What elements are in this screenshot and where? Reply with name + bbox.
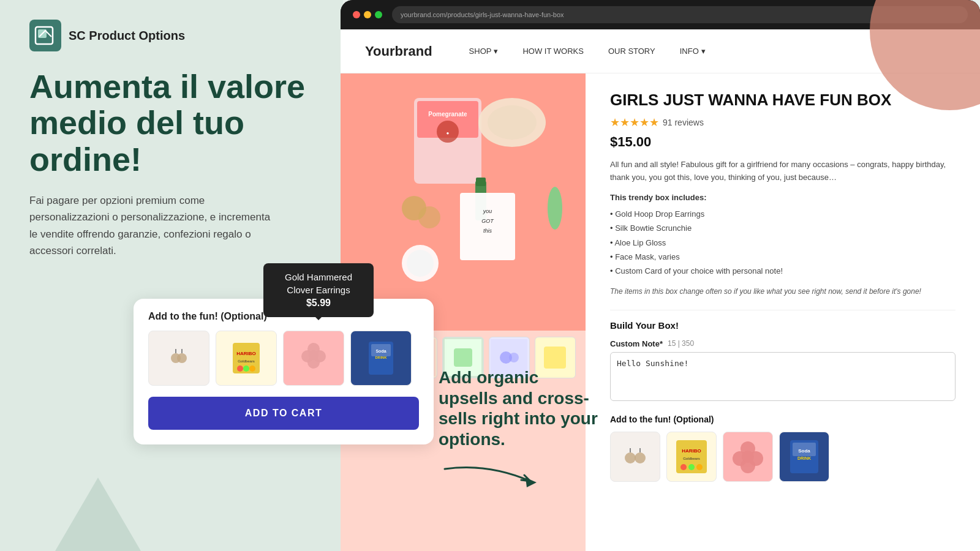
svg-text:Soda: Soda: [798, 448, 810, 454]
svg-point-29: [488, 105, 537, 140]
svg-point-9: [237, 365, 243, 372]
svg-text:DRINK: DRINK: [375, 356, 388, 359]
stars-icon: ★★★★★: [610, 116, 659, 129]
clover-img: [284, 331, 344, 385]
upsell-callout: Add organic upsells and cross-sells righ…: [439, 367, 598, 493]
upsell-callout-text: Add organic upsells and cross-sells righ…: [439, 367, 598, 449]
store-upsell-drink[interactable]: Soda DRINK: [779, 432, 829, 482]
product-change-note: The items in this box change often so if…: [610, 286, 956, 298]
svg-point-3: [177, 353, 187, 363]
include-item-2: Silk Bowtie Scrunchie: [610, 221, 956, 235]
custom-note-textarea[interactable]: Hello Sunshine!: [610, 352, 956, 401]
svg-rect-34: [460, 193, 515, 260]
svg-point-11: [249, 365, 255, 372]
store-content: Yourbrand SHOP ▾ HOW IT WORKS OUR STORY …: [341, 29, 980, 551]
svg-text:HARIBO: HARIBO: [236, 351, 256, 356]
svg-text:Goldbears: Goldbears: [238, 359, 255, 363]
build-box-title: Build Your Box!: [610, 320, 956, 331]
svg-text:Soda: Soda: [375, 349, 386, 353]
svg-point-39: [407, 250, 434, 277]
dot-minimize[interactable]: [364, 11, 371, 18]
svg-point-53: [625, 452, 636, 463]
product-description: All fun and all style! Fabulous gift for…: [610, 159, 956, 184]
stars-row: ★★★★★ 91 reviews: [610, 116, 956, 129]
svg-point-69: [742, 451, 754, 463]
store-brand: Yourbrand: [365, 43, 432, 59]
hero-title: Aumenta il valore medio del tuo ordine!: [29, 69, 314, 178]
svg-point-33: [418, 206, 440, 228]
include-item-3: Aloe Lip Gloss: [610, 236, 956, 250]
product-main-image: Pomegranate ● you: [341, 73, 586, 331]
include-item-4: Face Mask, varies: [610, 250, 956, 264]
custom-note-label: Custom Note*: [610, 339, 663, 348]
nav-our-story[interactable]: OUR STORY: [608, 47, 655, 56]
shop-chevron-icon: ▾: [494, 47, 498, 56]
svg-rect-51: [544, 347, 566, 369]
char-count: 15 | 350: [668, 339, 694, 348]
decorative-triangle: [55, 478, 141, 551]
logo-icon: [29, 20, 61, 51]
includes-list: Gold Hoop Drop Earrings Silk Bowtie Scru…: [610, 207, 956, 279]
svg-text:DRINK: DRINK: [797, 456, 811, 460]
svg-text:this: this: [483, 228, 492, 234]
browser-mockup: yourbrand.com/products/girls-just-wanna-…: [341, 0, 980, 551]
svg-point-49: [509, 353, 519, 362]
svg-text:Goldbears: Goldbears: [683, 457, 700, 460]
custom-note-label-row: Custom Note* 15 | 350: [610, 339, 956, 348]
product-price: $15.00: [610, 134, 956, 150]
store-upsell-clover[interactable]: [723, 432, 773, 482]
upsell-item-drink[interactable]: Soda DRINK: [350, 331, 412, 386]
svg-point-62: [688, 464, 695, 470]
upsell-items-row: HARIBO Goldbears: [148, 331, 419, 386]
upsell-item-earrings[interactable]: [148, 331, 209, 386]
svg-point-61: [680, 464, 687, 470]
browser-dots: [353, 11, 382, 18]
browser-url-text: yourbrand.com/products/girls-just-wanna-…: [401, 11, 564, 18]
store-upsell-earrings[interactable]: [610, 432, 660, 482]
svg-marker-21: [526, 478, 537, 487]
logo-text: SC Product Options: [69, 29, 185, 43]
add-fun-label: Add to the fun! (Optional): [610, 414, 956, 424]
haribo-img: HARIBO Goldbears: [216, 331, 276, 385]
hero-desc: Fai pagare per opzioni premium come pers…: [29, 192, 274, 259]
nav-how-it-works[interactable]: HOW IT WORKS: [522, 47, 583, 56]
product-tooltip: Gold Hammered Clover Earrings $5.99: [263, 263, 374, 317]
product-info-col: GIRLS JUST WANNA HAVE FUN BOX ★★★★★ 91 r…: [586, 73, 980, 551]
dot-close[interactable]: [353, 11, 360, 18]
svg-point-40: [548, 187, 562, 230]
upsell-item-haribo[interactable]: HARIBO Goldbears: [216, 331, 277, 386]
reviews-count: 91 reviews: [663, 118, 704, 127]
svg-point-54: [635, 452, 646, 463]
svg-text:you: you: [483, 208, 492, 214]
includes-title: This trendy box includes:: [610, 193, 956, 202]
dot-maximize[interactable]: [375, 11, 382, 18]
tooltip-price: $5.99: [276, 296, 361, 310]
include-item-5: Custom Card of your choice with personal…: [610, 264, 956, 278]
svg-text:Pomegranate: Pomegranate: [428, 111, 467, 118]
store-upsell-haribo[interactable]: HARIBO Goldbears: [666, 432, 717, 482]
add-to-cart-button[interactable]: ADD TO CART: [148, 397, 419, 430]
store-upsell-items: HARIBO Goldbears: [610, 432, 956, 482]
svg-text:HARIBO: HARIBO: [682, 448, 701, 454]
svg-point-10: [243, 365, 249, 372]
info-chevron-icon: ▾: [701, 47, 706, 56]
product-area: Pomegranate ● you: [341, 73, 980, 551]
include-item-1: Gold Hoop Drop Earrings: [610, 207, 956, 221]
svg-text:●: ●: [447, 130, 450, 136]
svg-point-63: [696, 464, 703, 470]
earrings-img: [149, 331, 209, 385]
drink-img: Soda DRINK: [351, 331, 411, 385]
nav-info[interactable]: INFO ▾: [680, 47, 706, 56]
svg-text:GOT: GOT: [481, 218, 494, 224]
logo-area: SC Product Options: [29, 20, 314, 51]
tooltip-product-name: Gold Hammered Clover Earrings: [276, 271, 361, 296]
svg-point-16: [309, 350, 318, 360]
svg-rect-31: [476, 178, 486, 186]
upsell-card: Add to the fun! (Optional) HARIBO Goldbe…: [134, 299, 434, 444]
section-divider: [610, 310, 956, 310]
svg-rect-46: [454, 348, 472, 367]
nav-shop[interactable]: SHOP ▾: [469, 47, 499, 56]
arrow-icon: [439, 457, 561, 493]
upsell-item-clover[interactable]: [283, 331, 344, 386]
